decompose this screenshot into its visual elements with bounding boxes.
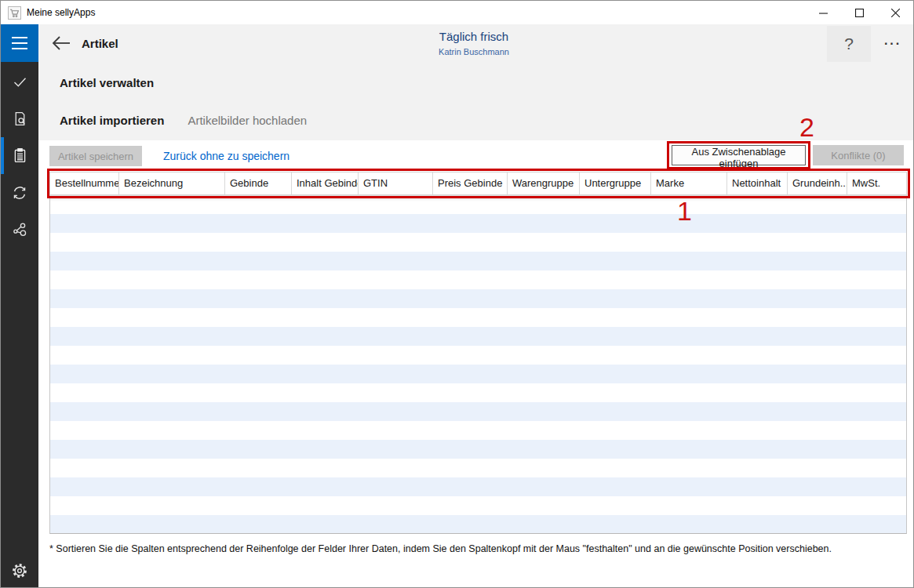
sidebar-item-sync[interactable] [1, 174, 38, 211]
minimize-button[interactable] [805, 1, 841, 24]
section-title: Artikel verwalten [60, 76, 154, 89]
column-header[interactable]: MwSt. [847, 172, 906, 194]
more-options-button[interactable]: ··· [872, 26, 913, 62]
hamburger-icon [12, 37, 27, 38]
user-name: Katrin Buschmann [352, 47, 595, 56]
hamburger-menu-button[interactable] [1, 24, 38, 62]
tab-artikelbilder-hochladen[interactable]: Artikelbilder hochladen [188, 114, 307, 127]
back-arrow-icon [51, 34, 71, 52]
app-window: Meine sellyApps [0, 0, 914, 588]
save-articles-button[interactable]: Artikel speichern [49, 146, 142, 166]
clipboard-icon [12, 147, 28, 164]
document-search-icon [12, 111, 28, 127]
maximize-button[interactable] [841, 1, 877, 24]
sort-hint-footnote: * Sortieren Sie die Spalten entsprechend… [49, 543, 832, 554]
window-title: Meine sellyApps [27, 1, 95, 24]
titlebar: Meine sellyApps [1, 1, 913, 24]
check-icon [12, 74, 28, 90]
column-header[interactable]: Bezeichnung [119, 172, 225, 194]
table-body-empty [49, 195, 907, 534]
close-button[interactable] [877, 1, 913, 24]
sidebar-item-audit[interactable] [1, 100, 38, 137]
column-header[interactable]: Marke [651, 172, 727, 194]
column-header[interactable]: Bestellnummer [50, 172, 119, 194]
store-name: Täglich frisch [352, 30, 595, 43]
back-without-saving-link[interactable]: Zurück ohne zu speichern [163, 150, 289, 162]
account-header: Täglich frisch Katrin Buschmann [352, 30, 595, 56]
column-header[interactable]: Nettoinhalt [727, 172, 788, 194]
window-controls [805, 1, 913, 24]
conflicts-button[interactable]: Konflikte (0) [813, 145, 904, 165]
help-button[interactable]: ? [827, 26, 871, 62]
column-header[interactable]: Inhalt Gebinde [292, 172, 359, 194]
column-header[interactable]: Grundeinh... [788, 172, 847, 194]
column-header[interactable]: Untergruppe [580, 172, 651, 194]
column-header[interactable]: Warengruppe [508, 172, 580, 194]
page-title: Artikel [82, 37, 118, 50]
maximize-icon [855, 9, 864, 17]
column-header[interactable]: GTIN [359, 172, 433, 194]
back-button[interactable] [48, 32, 75, 56]
sidebar-item-articles[interactable] [1, 137, 38, 174]
sidebar-item-tasks[interactable] [1, 64, 38, 100]
table-header-row: BestellnummerBezeichnungGebindeInhalt Ge… [49, 172, 907, 195]
app-logo-icon [8, 6, 21, 20]
paste-from-clipboard-button[interactable]: Aus Zwischenablage einfügen [672, 145, 806, 165]
tab-bar: Artikel importieren Artikelbilder hochla… [60, 114, 307, 127]
tab-artikel-importieren[interactable]: Artikel importieren [60, 114, 164, 127]
header: Artikel Täglich frisch Katrin Buschmann … [38, 24, 914, 140]
sidebar-item-share[interactable] [1, 211, 38, 248]
close-icon [891, 9, 900, 17]
column-header[interactable]: Preis Gebinde [433, 172, 508, 194]
sidebar [1, 24, 38, 588]
sync-icon [11, 184, 28, 201]
sidebar-item-settings[interactable] [1, 552, 38, 588]
share-icon [12, 221, 28, 238]
minimize-icon [819, 9, 828, 17]
column-header[interactable]: Gebinde [225, 172, 292, 194]
gear-icon [11, 562, 28, 579]
